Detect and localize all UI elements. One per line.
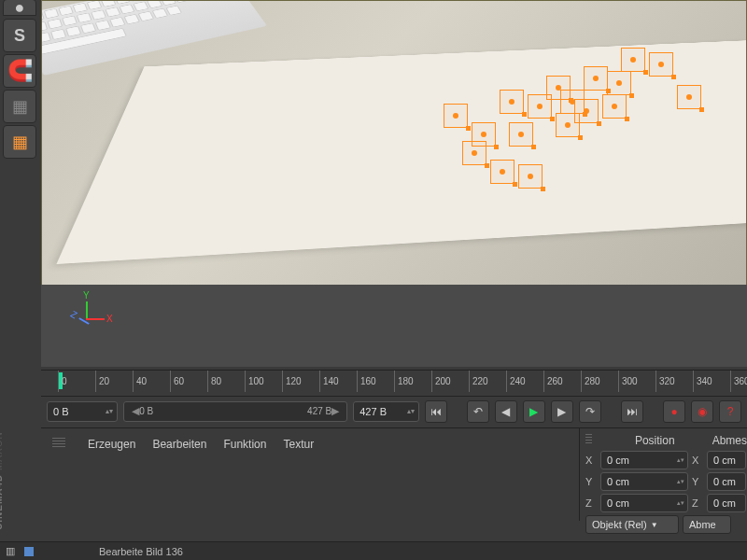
timeline-tick: 20 (95, 371, 109, 392)
menu-edit[interactable]: Bearbeiten (152, 438, 206, 451)
coordinates-panel: Position Abmes X0 cm▴▾X0 cmY0 cm▴▾Y0 cmZ… (579, 428, 747, 521)
grid-icon: ▦ (12, 132, 28, 152)
viewport[interactable] (41, 0, 747, 289)
magnet-icon: 🧲 (7, 59, 33, 83)
viewport-footer (41, 285, 747, 367)
timeline-tick: 220 (469, 371, 488, 392)
object-manager-menu: Erzeugen Bearbeiten Funktion Textur (49, 432, 571, 456)
status-icon: ▥ (6, 545, 15, 557)
range-start-field[interactable]: 0 B▴▾ (47, 401, 118, 422)
timeline-tick: 60 (170, 371, 184, 392)
timeline-tick: 200 (431, 371, 451, 392)
size-x-field[interactable]: 0 cm (707, 451, 746, 469)
motion-tracker[interactable] (574, 99, 599, 123)
timeline-ruler[interactable]: 0204060801001201401601802002202402602803… (41, 370, 747, 392)
motion-tracker[interactable] (472, 122, 496, 147)
step-forward-button[interactable]: ↷ (579, 400, 601, 423)
autokey-button[interactable]: ◉ (691, 400, 713, 423)
axis-label: Z (692, 497, 703, 509)
menu-create[interactable]: Erzeugen (88, 438, 135, 451)
timeline-tick: 0 (58, 371, 67, 392)
menu-function[interactable]: Funktion (223, 438, 266, 451)
transport-bar: 0 B▴▾ ◀ 0 B 427 B ▶ 427 B▴▾ ⏮ ↶ ◀ ▶ ▶ ↷ … (41, 396, 747, 426)
panel-grip-icon[interactable] (52, 438, 65, 449)
record-button[interactable]: ● (663, 400, 685, 423)
axis-y-icon (86, 301, 88, 320)
timeline-tick: 80 (207, 371, 221, 392)
scale-icon: S (14, 26, 25, 46)
status-bar: ▥ Bearbeite Bild 136 (0, 541, 747, 560)
axis-label: X (585, 455, 597, 466)
axis-label: Y (692, 476, 703, 487)
axis-label: Z (585, 497, 597, 509)
status-progress-icon (24, 547, 34, 556)
key-options-button[interactable]: ? (719, 400, 741, 423)
timeline-tick: 300 (618, 371, 638, 392)
workplane-lock-tool[interactable]: ▦ (3, 90, 36, 123)
motion-tracker[interactable] (518, 164, 543, 189)
coord-row: Y0 cm▴▾Y0 cm (585, 472, 747, 491)
step-back-button[interactable]: ↶ (467, 400, 489, 423)
timeline-tick: 240 (506, 371, 526, 392)
size-mode-dropdown[interactable]: Abme (683, 515, 731, 534)
motion-tracker[interactable] (584, 66, 608, 91)
axis-label: X (692, 455, 703, 466)
motion-tracker[interactable] (444, 104, 468, 128)
motion-tracker[interactable] (602, 94, 627, 119)
timeline-tick: 120 (282, 371, 302, 392)
timeline-tick: 360 (730, 371, 747, 392)
motion-tracker[interactable] (500, 90, 524, 114)
axis-x-icon (86, 318, 105, 320)
range-end-label: 427 B (307, 406, 331, 416)
motion-tracker[interactable] (607, 71, 631, 95)
goto-start-button[interactable]: ⏮ (425, 400, 447, 423)
brand-label: CINEMA4D MAXON (0, 431, 4, 530)
coord-mode-dropdown[interactable]: Objekt (Rel)▼ (585, 515, 679, 534)
coord-row: X0 cm▴▾X0 cm (585, 451, 747, 469)
play-button[interactable]: ▶ (523, 400, 545, 423)
position-z-field[interactable]: 0 cm▴▾ (600, 494, 688, 512)
timeline-tick: 140 (319, 371, 339, 392)
snap-tool[interactable]: 🧲 (3, 54, 36, 88)
menu-texture[interactable]: Textur (283, 438, 314, 451)
status-text: Bearbeite Bild 136 (99, 546, 183, 557)
range-scrubber[interactable]: ◀ 0 B 427 B ▶ (123, 401, 347, 422)
timeline-tick: 320 (655, 371, 675, 392)
motion-tracker[interactable] (649, 52, 673, 77)
unknown-top-tool[interactable]: ● (3, 0, 36, 16)
timeline-tick: 280 (581, 371, 600, 392)
panel-grip-icon[interactable] (585, 434, 592, 445)
left-toolbar: ● S 🧲 ▦ ▦ (0, 0, 39, 560)
attribute-panel: Erzeugen Bearbeiten Funktion Textur Posi… (41, 427, 747, 521)
grid-lock-icon: ▦ (12, 96, 28, 117)
coord-row: Z0 cm▴▾Z0 cm (585, 494, 747, 512)
timeline-tick: 100 (245, 371, 264, 392)
next-frame-button[interactable]: ▶ (551, 400, 573, 423)
position-header: Position (635, 434, 675, 447)
timeline-tick: 160 (357, 371, 376, 392)
goto-end-button[interactable]: ⏭ (621, 400, 643, 423)
timeline-tick: 340 (693, 371, 712, 392)
position-x-field[interactable]: 0 cm▴▾ (600, 451, 688, 469)
prev-frame-button[interactable]: ◀ (495, 400, 517, 423)
motion-tracker[interactable] (509, 122, 533, 147)
timeline-tick: 40 (133, 371, 147, 392)
motion-tracker[interactable] (490, 160, 514, 184)
position-y-field[interactable]: 0 cm▴▾ (600, 472, 688, 491)
size-header: Abmes (712, 434, 747, 447)
size-y-field[interactable]: 0 cm (707, 472, 746, 491)
workplane-tool[interactable]: ▦ (3, 125, 36, 159)
axis-gizmo (69, 301, 106, 339)
size-z-field[interactable]: 0 cm (707, 494, 746, 512)
motion-tracker[interactable] (621, 48, 645, 72)
range-start-label: 0 B (139, 406, 153, 416)
range-end-field[interactable]: 427 B▴▾ (353, 401, 419, 422)
scale-tool[interactable]: S (3, 19, 36, 52)
timeline-tick: 260 (543, 371, 563, 392)
motion-tracker[interactable] (677, 85, 701, 109)
object-manager[interactable]: Erzeugen Bearbeiten Funktion Textur (41, 428, 579, 521)
timeline-tick: 180 (394, 371, 414, 392)
axis-label: Y (585, 476, 597, 487)
